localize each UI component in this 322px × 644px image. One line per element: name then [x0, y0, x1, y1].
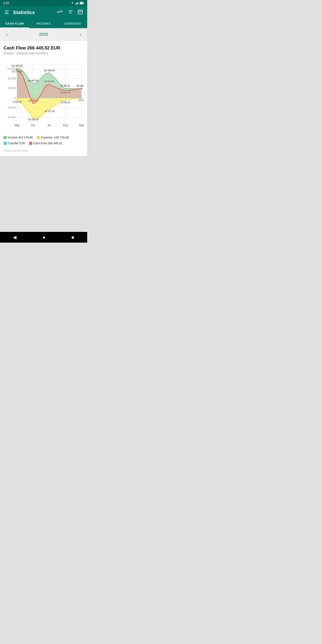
svg-point-48	[48, 108, 50, 110]
filter-icon-svg	[68, 10, 73, 14]
svg-text:Jul: Jul	[48, 124, 51, 127]
wifi-icon	[71, 2, 74, 4]
status-time: 2:52	[3, 1, 9, 5]
svg-rect-2	[77, 2, 78, 4]
svg-text:121 244.00: 121 244.00	[12, 64, 22, 67]
svg-point-38	[48, 72, 50, 74]
chart-legend: Income 412 170.98 Expense -145 725.46 Tr…	[4, 134, 84, 146]
year-navigation: ‹ 2020 ›	[0, 28, 87, 41]
legend-row-1: Income 412 170.98 Expense -145 725.46	[4, 134, 84, 140]
filter-icon[interactable]	[67, 9, 74, 16]
svg-point-39	[64, 88, 66, 89]
svg-rect-0	[75, 4, 76, 4]
svg-text:Jun: Jun	[31, 124, 35, 127]
back-button[interactable]: ◀	[13, 234, 16, 240]
next-year-button[interactable]: ›	[78, 31, 83, 38]
chart-container[interactable]: 120 000 80 000 40 000 0 -40 000 -80 000	[4, 60, 84, 132]
expense-color	[37, 136, 40, 139]
expense-legend-label: Expense -145 725.46	[41, 134, 69, 140]
status-bar: 2:52	[0, 0, 87, 6]
tab-expenses[interactable]: EXPENSES	[58, 19, 87, 28]
svg-text:59 447.24: 59 447.24	[28, 80, 38, 82]
svg-text:31 067.73: 31 067.73	[60, 92, 70, 94]
svg-text:115 598.00: 115 598.00	[12, 70, 22, 73]
svg-text:-45 347.00: -45 347.00	[44, 110, 54, 112]
calendar-icon[interactable]	[77, 8, 84, 16]
legend-cashflow: Cash Flow 266 445.52	[29, 140, 62, 146]
cash-flow-subtitle: income - expense with transfers	[4, 52, 84, 55]
tab-cash-flow[interactable]: CASH FLOW	[0, 19, 29, 28]
svg-point-58	[48, 84, 50, 85]
svg-rect-1	[76, 3, 77, 4]
svg-point-49	[64, 99, 66, 101]
svg-point-60	[80, 88, 82, 90]
battery-icon	[80, 2, 84, 4]
svg-text:-8 294.48: -8 294.48	[60, 101, 70, 104]
transfer-legend-label: Transfer 0.00	[8, 140, 25, 146]
svg-text:-157.00: -157.00	[78, 99, 84, 102]
svg-point-37	[32, 83, 34, 84]
legend-transfer: Transfer 0.00	[4, 140, 25, 146]
svg-point-50	[80, 97, 82, 99]
recents-button[interactable]: ■	[71, 235, 74, 240]
income-legend-label: Income 412 170.98	[8, 134, 33, 140]
income-color	[4, 136, 7, 139]
header: ☰ Statistics	[0, 6, 87, 19]
svg-rect-14	[79, 12, 80, 13]
svg-text:40 000: 40 000	[8, 87, 16, 90]
prev-year-button[interactable]: ‹	[4, 31, 10, 38]
bottom-navigation: ◀ ● ■	[0, 232, 87, 242]
svg-text:39 362.21: 39 362.21	[60, 84, 70, 87]
zoom-hint: double tap to zoom	[4, 149, 84, 152]
gray-area	[0, 156, 87, 232]
cash-flow-title: Cash Flow 266 445.52 EUR	[4, 46, 84, 50]
transfer-color	[4, 142, 7, 145]
page-title: Statistics	[13, 10, 53, 16]
svg-point-46	[16, 98, 18, 100]
menu-icon[interactable]: ☰	[4, 9, 10, 16]
chart-icon[interactable]	[56, 9, 64, 16]
svg-rect-15	[80, 12, 81, 13]
cashflow-chart: 120 000 80 000 40 000 0 -40 000 -80 000	[4, 60, 84, 131]
home-button[interactable]: ●	[42, 235, 45, 240]
cashflow-color	[29, 142, 32, 145]
svg-text:-20 941.74: -20 941.74	[28, 100, 38, 102]
status-icons	[71, 2, 84, 4]
tab-incomes[interactable]: INCOMES	[29, 19, 58, 28]
svg-point-59	[64, 90, 66, 91]
svg-text:-5 646.00: -5 646.00	[12, 100, 22, 103]
svg-text:Sep: Sep	[79, 124, 84, 127]
svg-point-57	[32, 102, 34, 104]
svg-text:Aug: Aug	[63, 124, 68, 127]
svg-text:-80 000: -80 000	[8, 116, 16, 118]
svg-text:-40 000: -40 000	[8, 106, 16, 109]
svg-text:38 238.85: 38 238.85	[76, 85, 84, 87]
chart-wrap: 120 000 80 000 40 000 0 -40 000 -80 000	[4, 60, 84, 132]
tabs-bar: CASH FLOW INCOMES EXPENSES	[0, 19, 87, 28]
svg-text:120 000: 120 000	[7, 68, 16, 70]
legend-row-2: Transfer 0.00 Cash Flow 266 445.52	[4, 140, 84, 146]
svg-point-65	[48, 97, 50, 99]
year-label: 2020	[39, 32, 48, 37]
svg-point-47	[32, 116, 34, 118]
svg-text:56 584.68: 56 584.68	[44, 80, 54, 83]
legend-income: Income 412 170.98	[4, 134, 33, 140]
cashflow-legend-label: Cash Flow 266 445.52	[33, 140, 62, 146]
signal-icon	[75, 2, 78, 4]
svg-text:-80 388.98: -80 388.98	[28, 118, 38, 121]
svg-rect-6	[80, 2, 83, 4]
svg-text:May: May	[14, 124, 20, 127]
svg-text:0: 0	[14, 96, 16, 99]
svg-rect-5	[84, 3, 84, 4]
calendar-icon-svg	[78, 10, 83, 14]
svg-rect-3	[78, 2, 78, 4]
legend-expense: Expense -145 725.46	[37, 134, 69, 140]
svg-text:101 931.68: 101 931.68	[44, 69, 55, 72]
trend-icon	[57, 10, 63, 14]
main-content: Cash Flow 266 445.52 EUR income - expens…	[0, 41, 87, 156]
svg-text:80 000: 80 000	[8, 77, 16, 80]
